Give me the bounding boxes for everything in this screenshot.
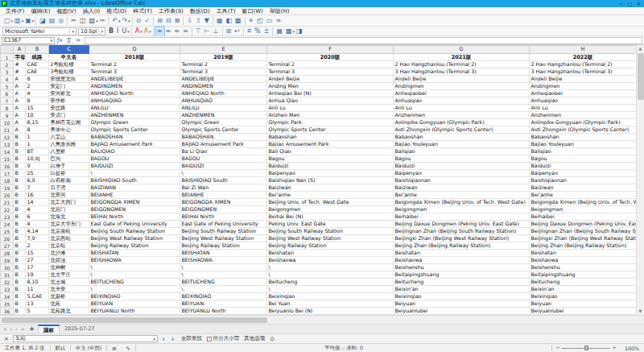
cell[interactable]: Beitucheng [267,279,394,286]
cell[interactable]: Bali Qiao [267,148,394,155]
cell[interactable]: 字母 [14,54,26,61]
currency-format-icon[interactable]: ¤ [246,27,253,36]
cell[interactable]: 北苑路北 [49,308,89,315]
row-header[interactable]: 36 [1,308,14,315]
name-box[interactable]: C1367 ▾ [2,37,55,44]
cell[interactable]: B [14,213,26,221]
cell[interactable]: 百子湾 [49,184,89,192]
cell[interactable]: Beijing Daxue Dongmen (Peking Univ. East… [394,221,530,228]
cell[interactable]: 八里桥 [49,148,89,155]
tab-nav-icon-3[interactable]: » [19,326,26,333]
cell[interactable]: Anhuaqiao [394,97,530,105]
cell[interactable]: 2号航站楼 [49,61,89,68]
cell[interactable]: ANDELIBEIJIE [180,76,267,83]
sort-descending-icon[interactable]: ⇧ [194,16,203,26]
cell[interactable]: Baishiqiaonan [394,177,530,184]
cell[interactable]: BAIZIWAN [89,184,180,192]
cell[interactable]: Terminal 3 [89,68,180,76]
cell[interactable]: Beijing Daxue Dongmen (Peking Univ. East… [530,221,637,228]
match-case-checkbox[interactable]: 区分大小写 [207,335,240,342]
align-right-icon[interactable]: ≡ [172,27,181,36]
cell[interactable]: 1 [26,134,49,141]
row-header[interactable]: 17 [1,170,14,177]
row-header[interactable]: 18 [1,177,14,184]
cell[interactable]: 7,9 [26,235,49,242]
cell[interactable]: Beiyuan [394,300,530,308]
cut-icon[interactable]: ✂ [69,16,78,26]
row-header[interactable]: 2 [1,61,14,68]
insert-table-icon[interactable]: ▩ [233,16,243,26]
cell[interactable]: BEIGONGDA XIMEN [89,199,180,206]
cell[interactable]: 25 [26,170,49,177]
cell[interactable]: Andingmen [394,83,530,90]
cell[interactable]: 北京站 [49,242,89,250]
cell[interactable]: \ [89,170,180,177]
cell[interactable]: 八宝山 [49,134,89,141]
cell[interactable]: Anli Lu [394,105,530,112]
cell[interactable]: Beijing South Railway Station [89,228,180,235]
zoom-slider-knob[interactable] [584,346,588,350]
cell[interactable]: B [14,286,26,293]
cell[interactable]: 19 [26,271,49,279]
cell[interactable]: \ [89,264,180,271]
cell[interactable]: B [14,184,26,192]
cell[interactable]: Baiduizi [267,163,394,170]
tab-nav-icon-1[interactable]: ‹ [8,326,14,333]
zoom-in-icon[interactable]: + [612,345,617,351]
cell[interactable]: 7 [26,184,49,192]
cell[interactable]: B [14,228,26,235]
cell[interactable]: Baiziwan [394,184,530,192]
cell[interactable]: 8 [26,126,49,134]
cell[interactable]: # [14,68,26,76]
copy-icon[interactable]: ◫ [78,16,88,26]
cell[interactable]: B [14,300,26,308]
cell[interactable]: Beixin'an [394,286,530,293]
insert-chart-icon[interactable]: ◧ [224,16,233,26]
cell[interactable]: 2020版 [267,54,394,61]
cell[interactable]: BEIYUANLU North [180,308,267,315]
cell[interactable]: 6,9 [26,177,49,184]
vertical-scrollbar[interactable]: ▲ ▼ [636,45,644,315]
row-header[interactable]: 16 [1,163,14,170]
cell[interactable]: 1 [26,141,49,148]
cell[interactable]: BEIGONGMEN [180,206,267,213]
cell[interactable]: 安华桥 [49,97,89,105]
cell[interactable]: 4 [26,90,49,97]
cell[interactable]: 6 [26,213,49,221]
row-header[interactable]: 35 [1,300,14,308]
cell[interactable]: 2 Hao Hangzhanlou (Terminal 2) [394,61,530,68]
cell[interactable]: Andeli Beijie [530,76,637,83]
cell[interactable]: BEIXINQIAO [89,293,180,300]
cell[interactable]: \ [180,271,267,279]
row-header[interactable]: 32 [1,279,14,286]
cell[interactable]: B [14,192,26,199]
cell[interactable]: Beishaowa [267,257,394,264]
menu-item-6[interactable]: 工作表(S) [155,7,187,15]
cell[interactable]: A [14,83,26,90]
cell[interactable]: Bajiao Youleyuan [394,141,530,148]
cell[interactable]: Terminal 3 [180,68,267,76]
cell[interactable]: BAGOU [89,155,180,163]
cell[interactable]: 北京西站 [49,235,89,242]
freeze-panes-icon[interactable]: ✳ [247,16,256,26]
cell[interactable]: ANLILU [89,105,180,112]
cell[interactable]: 2018版 [89,54,180,61]
cell[interactable]: A [14,90,26,97]
cell[interactable]: 16 [26,192,49,199]
cell[interactable]: 北海北 [49,213,89,221]
formula-input-line[interactable] [85,37,642,44]
cell[interactable]: Olympic Park [267,119,394,126]
print-preview-icon[interactable]: ◎ [56,16,65,26]
row-header[interactable]: 33 [1,286,14,293]
row-header[interactable]: 6 [1,90,14,97]
cell[interactable]: BEIYUAN [89,300,180,308]
find-all-button[interactable]: 全部查找 [179,335,204,342]
menu-item-5[interactable]: 样式(Y) [130,7,155,15]
cell[interactable]: Beixin'an [530,286,637,293]
maximize-button[interactable]: ▢ [627,0,632,7]
percent-format-icon[interactable]: % [253,27,262,36]
cell[interactable]: Beiyuanlu Bei (N) [267,308,394,315]
cell[interactable]: Bagou [394,155,530,163]
menu-item-10[interactable]: 帮助(H) [266,7,293,15]
cell[interactable]: Anheqiaobei [530,90,637,97]
